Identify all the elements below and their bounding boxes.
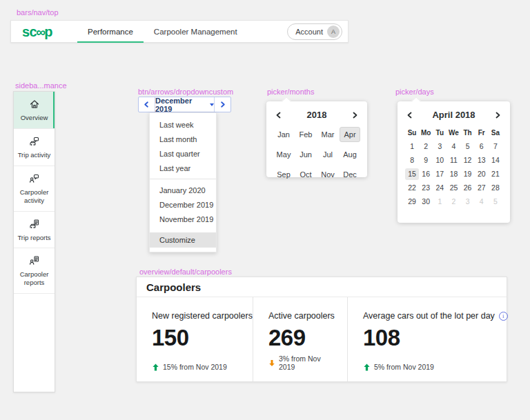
- prev-month-button[interactable]: [406, 111, 414, 119]
- sidebar-item-trip-activity[interactable]: Trip activity: [14, 129, 55, 166]
- figma-label-sidebar: sideba...mance: [15, 81, 67, 90]
- day-cell[interactable]: 24: [433, 182, 446, 194]
- days-grid: 1 2 3 4 5 6 7 8 9 10 11 12 13 14 15 16 1…: [398, 141, 510, 214]
- period-dropdown-button[interactable]: December 2019: [155, 97, 214, 112]
- day-cell[interactable]: 27: [475, 182, 489, 194]
- day-cell-next-month[interactable]: 3: [461, 196, 475, 208]
- account-button[interactable]: Account A: [287, 23, 342, 40]
- tab-performance[interactable]: Performance: [77, 21, 144, 42]
- figma-label-top-nav: bars/nav/top: [17, 8, 59, 17]
- trip-activity-icon: [29, 136, 40, 147]
- month-cell[interactable]: Dec: [340, 167, 360, 182]
- day-cell[interactable]: 29: [405, 196, 419, 208]
- day-cell-next-month[interactable]: 4: [475, 196, 489, 208]
- month-year-title: April 2018: [432, 110, 475, 120]
- stat-value: 150: [152, 326, 239, 350]
- menu-item-last-week[interactable]: Last week: [150, 117, 216, 132]
- day-cell[interactable]: 4: [446, 141, 460, 152]
- menu-item-customize[interactable]: Customize: [150, 232, 216, 248]
- day-cell[interactable]: 22: [405, 182, 419, 194]
- arrow-up-icon: [363, 363, 371, 371]
- day-cell-next-month[interactable]: 2: [446, 196, 460, 208]
- weekday-label: Th: [461, 127, 475, 139]
- day-cell[interactable]: 10: [433, 154, 446, 166]
- next-year-button[interactable]: [351, 111, 359, 119]
- day-cell-next-month[interactable]: 5: [489, 196, 502, 208]
- day-cell[interactable]: 30: [419, 196, 433, 208]
- month-cell[interactable]: Aug: [340, 147, 360, 162]
- menu-item-november-2019[interactable]: November 2019: [150, 212, 216, 226]
- year-title: 2018: [307, 110, 327, 120]
- month-picker: 2018 Jan Feb Mar Apr May Jun Jul Aug Sep…: [266, 101, 367, 177]
- day-cell[interactable]: 5: [461, 141, 475, 152]
- sidebar-item-overview[interactable]: Overview: [14, 92, 55, 129]
- next-month-button[interactable]: [493, 111, 502, 119]
- next-period-button[interactable]: [214, 97, 230, 112]
- month-cell-selected[interactable]: Apr: [340, 127, 360, 142]
- stat-average-cars: Average cars out of the lot per day i 10…: [347, 297, 522, 381]
- day-cell[interactable]: 25: [446, 182, 460, 194]
- day-cell[interactable]: 14: [489, 154, 502, 166]
- trip-reports-icon: [29, 219, 40, 230]
- prev-year-button[interactable]: [275, 111, 283, 119]
- day-cell[interactable]: 1: [405, 141, 419, 152]
- day-cell[interactable]: 23: [419, 182, 433, 194]
- day-cell[interactable]: 16: [419, 168, 433, 180]
- sidebar-item-carpooler-reports[interactable]: Carpooler reports: [14, 248, 55, 294]
- day-cell[interactable]: 28: [489, 182, 502, 194]
- month-cell[interactable]: Sep: [273, 167, 294, 182]
- day-cell[interactable]: 7: [489, 141, 502, 152]
- tab-carpooler-management[interactable]: Carpooler Management: [144, 21, 248, 42]
- sidebar-item-label: Overview: [21, 114, 48, 122]
- month-cell[interactable]: Oct: [295, 167, 316, 182]
- day-cell[interactable]: 9: [419, 154, 433, 166]
- prev-period-button[interactable]: [139, 97, 155, 112]
- carpooler-reports-icon: [29, 255, 40, 266]
- day-cell[interactable]: 11: [446, 154, 460, 166]
- stat-label-text: Average cars out of the lot per day: [363, 311, 495, 321]
- stat-active-carpoolers: Active carpoolers 269 3% from Nov 2019: [253, 297, 347, 381]
- month-cell[interactable]: Mar: [317, 127, 338, 142]
- day-picker: April 2018 Su Mo Tu We Th Fr Sa 1 2 3 4 …: [398, 101, 510, 223]
- logo-text: p: [44, 25, 52, 39]
- day-cell[interactable]: 8: [405, 154, 419, 166]
- weekday-header-row: Su Mo Tu We Th Fr Sa: [398, 127, 510, 139]
- day-cell[interactable]: 21: [489, 168, 502, 180]
- menu-item-last-month[interactable]: Last month: [150, 132, 216, 146]
- month-cell[interactable]: Nov: [317, 167, 338, 182]
- menu-item-last-year[interactable]: Last year: [150, 161, 216, 175]
- sidebar-item-trip-reports[interactable]: Trip reports: [14, 212, 55, 249]
- day-cell[interactable]: 18: [446, 168, 460, 180]
- info-icon[interactable]: i: [499, 312, 508, 321]
- day-cell[interactable]: 12: [461, 154, 475, 166]
- month-cell[interactable]: Jun: [295, 147, 316, 162]
- day-cell[interactable]: 26: [461, 182, 475, 194]
- month-cell[interactable]: May: [273, 147, 294, 162]
- carpooler-activity-icon: [29, 173, 40, 184]
- scoop-logo[interactable]: sc∞p: [22, 25, 52, 39]
- day-cell[interactable]: 20: [475, 168, 489, 180]
- month-cell[interactable]: Jan: [273, 127, 294, 142]
- month-cell[interactable]: Jul: [317, 147, 338, 162]
- sidebar-item-carpooler-activity[interactable]: Carpooler activity: [14, 166, 55, 212]
- day-cell[interactable]: 3: [433, 141, 446, 152]
- period-dropdown-menu: Last week Last month Last quarter Last y…: [149, 112, 217, 252]
- carpoolers-card: Carpoolers New registered carpoolers 150…: [136, 277, 507, 382]
- day-cell[interactable]: 13: [475, 154, 489, 166]
- month-picker-header: 2018: [266, 101, 367, 124]
- menu-item-december-2019[interactable]: December 2019: [150, 197, 216, 212]
- chevron-left-icon: [143, 99, 150, 111]
- day-cell[interactable]: 17: [433, 168, 446, 180]
- day-cell[interactable]: 6: [475, 141, 489, 152]
- menu-item-last-quarter[interactable]: Last quarter: [150, 146, 216, 161]
- figma-label-carpoolers: overview/default/carpoolers: [139, 268, 232, 276]
- day-cell[interactable]: 19: [461, 168, 475, 180]
- day-cell-next-month[interactable]: 1: [433, 196, 446, 208]
- day-cell[interactable]: 2: [419, 141, 433, 152]
- menu-item-january-2020[interactable]: January 2020: [150, 183, 216, 197]
- stat-label: Active carpoolers: [268, 311, 333, 321]
- month-cell[interactable]: Feb: [295, 127, 316, 142]
- stat-trend: 3% from Nov 2019: [268, 354, 333, 371]
- top-nav-bar: sc∞p Performance Carpooler Management Ac…: [10, 20, 349, 43]
- day-cell-selected[interactable]: 15: [405, 168, 419, 180]
